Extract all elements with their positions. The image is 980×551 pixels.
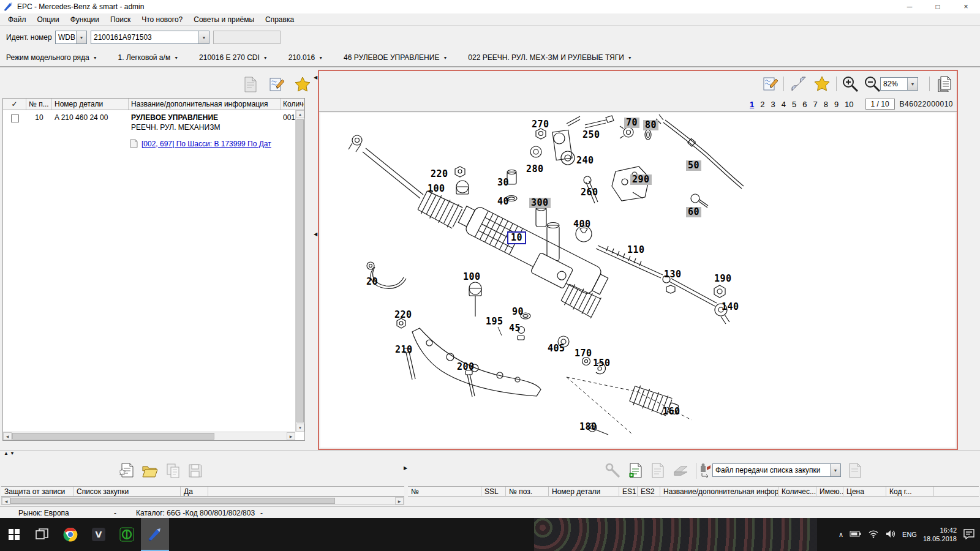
purchase-col-header-5[interactable]: ES2 <box>638 487 660 496</box>
callout-160[interactable]: 160 <box>663 407 680 417</box>
callout-290[interactable]: 290 <box>630 174 652 185</box>
fit-image-icon[interactable] <box>790 75 808 93</box>
favorites-star-icon[interactable] <box>294 76 311 93</box>
callout-100[interactable]: 100 <box>463 272 481 282</box>
document-pages-icon[interactable] <box>935 75 954 93</box>
favorites-star-icon[interactable] <box>813 75 831 93</box>
callout-90[interactable]: 90 <box>512 307 524 317</box>
scroll-up-icon[interactable]: ▲ <box>296 110 304 118</box>
purchase-col-header-3[interactable]: Номер детали <box>549 487 619 496</box>
horizontal-scrollbar[interactable]: ◀ ▶ <box>1 497 404 505</box>
menu-item-1[interactable]: Опции <box>32 15 65 24</box>
callout-40[interactable]: 40 <box>497 197 509 207</box>
purchase-col-header-0[interactable]: № <box>408 487 481 496</box>
model-bar-select-3[interactable]: 210.016▼ <box>288 53 323 62</box>
parts-col-header-3[interactable]: Название/дополнительная информация <box>129 99 281 110</box>
callout-260[interactable]: 260 <box>581 187 598 198</box>
menu-item-5[interactable]: Советы и приёмы <box>188 15 260 24</box>
shopping-col-header-0[interactable]: Защита от записи <box>1 487 74 496</box>
chevron-down-icon[interactable]: ▼ <box>443 56 447 60</box>
table-row[interactable]: 10 A 210 460 24 00 РУЛЕВОЕ УПРАВЛЕНИЕ РЕ… <box>3 110 304 132</box>
callout-50[interactable]: 50 <box>686 160 701 171</box>
open-folder-icon[interactable] <box>141 462 159 480</box>
page-link-10[interactable]: 10 <box>845 100 853 109</box>
callout-170[interactable]: 170 <box>575 348 592 359</box>
callout-140[interactable]: 140 <box>722 302 739 312</box>
v-browser-icon[interactable]: V <box>85 518 113 551</box>
callout-240[interactable]: 240 <box>576 156 594 166</box>
wifi-icon[interactable] <box>868 530 879 540</box>
callout-300[interactable]: 300 <box>529 198 551 208</box>
model-bar-select-2[interactable]: 210016 E 270 CDI▼ <box>199 53 268 62</box>
callout-190[interactable]: 190 <box>714 274 732 284</box>
model-bar-select-0[interactable]: Режим модельного ряда▼ <box>6 53 97 62</box>
vin-input[interactable]: 2100161A971503▼ <box>91 31 209 44</box>
callout-30[interactable]: 30 <box>497 178 509 188</box>
task-view-icon[interactable] <box>28 518 56 551</box>
diagram-area[interactable]: 2702502402807080502902201003040300260601… <box>320 113 956 448</box>
vertical-scrollbar[interactable]: ▲ ▼ <box>295 110 304 432</box>
notes-edit-icon[interactable] <box>268 76 285 93</box>
purchase-col-header-6[interactable]: Название/дополнительная информ... <box>660 487 778 496</box>
scroll-left-icon[interactable]: ◀ <box>3 432 12 440</box>
transfer-file-icon[interactable] <box>698 462 713 480</box>
chevron-down-icon[interactable]: ▼ <box>198 31 209 43</box>
callout-195[interactable]: 195 <box>486 317 503 327</box>
callout-220[interactable]: 220 <box>394 310 412 320</box>
scroll-down-icon[interactable]: ▼ <box>296 424 304 432</box>
menu-item-3[interactable]: Поиск <box>105 15 136 24</box>
chevron-down-icon[interactable]: ▼ <box>76 31 86 43</box>
speaker-icon[interactable] <box>885 530 896 540</box>
collapse-right-icon[interactable]: ▶ <box>404 465 407 471</box>
callout-210[interactable]: 210 <box>395 345 413 355</box>
purchase-col-header-2[interactable]: № поз. <box>506 487 549 496</box>
purchase-col-header-4[interactable]: ES1 <box>619 487 638 496</box>
shopping-col-header-1[interactable]: Список закупки <box>74 487 181 496</box>
zoom-level-select[interactable]: 82%▼ <box>880 77 918 91</box>
purchase-col-header-7[interactable]: Количес... <box>778 487 816 496</box>
model-bar-select-1[interactable]: 1. Легковой а/м▼ <box>118 53 178 62</box>
chevron-down-icon[interactable]: ▼ <box>628 56 632 60</box>
scroll-right-icon[interactable]: ▶ <box>395 497 404 504</box>
callout-400[interactable]: 400 <box>573 219 591 230</box>
purchase-col-header-9[interactable]: Цена <box>843 487 886 496</box>
page-link-7[interactable]: 7 <box>813 100 817 109</box>
menu-item-4[interactable]: Что нового? <box>136 15 188 24</box>
panel-splitter[interactable]: ◀ ◀ <box>314 67 318 450</box>
callout-20[interactable]: 20 <box>366 277 378 287</box>
model-bar-select-5[interactable]: 022 РЕЕЧН. РУЛ. МЕХ-ЗМ И РУЛЕВЫЕ ТЯГИ▼ <box>468 53 631 62</box>
notification-center-icon[interactable] <box>963 528 975 541</box>
collapse-left-icon[interactable]: ◀ <box>314 75 317 80</box>
tray-expand-icon[interactable]: ∧ <box>839 531 843 539</box>
scroll-thumb[interactable] <box>10 498 335 504</box>
callout-10[interactable]: 10 <box>507 231 526 244</box>
callout-150[interactable]: 150 <box>593 358 611 369</box>
chevron-down-icon[interactable]: ▼ <box>263 56 268 60</box>
bottom-splitter[interactable]: ▲▼ <box>0 450 980 457</box>
page-link-4[interactable]: 4 <box>782 100 786 109</box>
callout-200[interactable]: 200 <box>457 362 475 372</box>
page-link-5[interactable]: 5 <box>792 100 796 109</box>
page-link-9[interactable]: 9 <box>834 100 839 109</box>
callout-80[interactable]: 80 <box>643 120 658 130</box>
purchase-col-header-10[interactable]: Код г... <box>886 487 934 496</box>
chevron-down-icon[interactable]: ▼ <box>93 56 97 60</box>
transfer-file-select[interactable]: Файл передачи списка закупки▼ <box>712 463 841 477</box>
purchase-col-header-1[interactable]: SSL <box>481 487 506 496</box>
horizontal-scrollbar[interactable]: ◀ ▶ <box>3 432 295 440</box>
callout-70[interactable]: 70 <box>624 118 639 128</box>
chevron-down-icon[interactable]: ▼ <box>907 78 918 90</box>
page-link-1[interactable]: 1 <box>750 100 754 109</box>
zoom-out-icon[interactable] <box>863 75 881 93</box>
scroll-thumb[interactable] <box>12 433 214 440</box>
purchase-col-header-8[interactable]: Имею... <box>816 487 843 496</box>
checkbox[interactable] <box>11 114 19 122</box>
page-link-6[interactable]: 6 <box>802 100 807 109</box>
splitter-arrows-icon[interactable]: ▲▼ <box>4 451 16 456</box>
page-link-3[interactable]: 3 <box>771 100 775 109</box>
callout-45[interactable]: 45 <box>509 323 521 334</box>
callout-280[interactable]: 280 <box>526 164 544 174</box>
language-indicator[interactable]: ENG <box>902 531 917 538</box>
callout-60[interactable]: 60 <box>686 207 701 217</box>
footnote-link[interactable]: [002, 697] По Шасси: В 173999 По Дат <box>141 140 271 148</box>
